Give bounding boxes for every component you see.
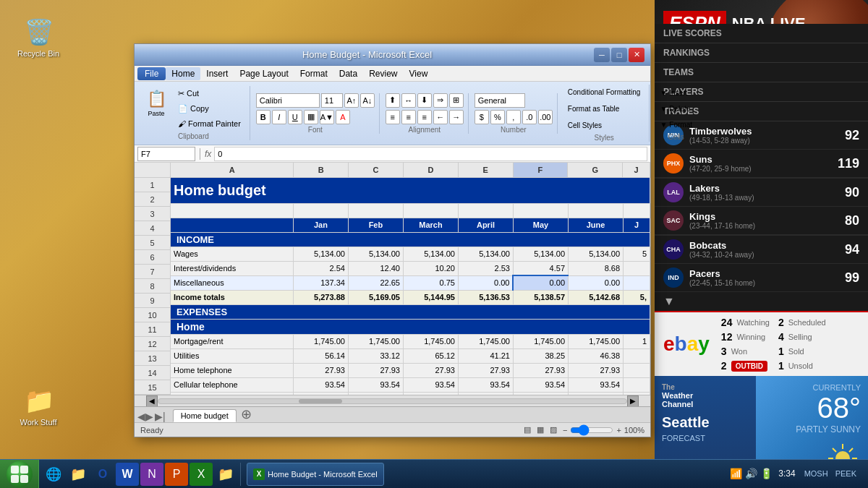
cell-g5[interactable]: 5,134.00	[569, 247, 624, 261]
cell-d2[interactable]	[403, 203, 458, 218]
more-games-indicator[interactable]: ▼	[655, 292, 868, 311]
review-menu[interactable]: Review	[363, 67, 403, 80]
row-header-5[interactable]: 5	[135, 236, 170, 250]
cell-d7[interactable]: 0.75	[403, 275, 458, 290]
col-header-c[interactable]: C	[349, 163, 404, 177]
cell-f12[interactable]: 38.25	[513, 348, 568, 363]
cell-label-cellular[interactable]: Cellular telephone	[171, 377, 293, 392]
cell-f7-selected[interactable]: 0.00	[513, 275, 568, 290]
cell-h8[interactable]: 5,	[624, 290, 650, 304]
cell-g6[interactable]: 8.68	[569, 261, 624, 275]
cell-h6[interactable]	[624, 261, 650, 275]
view-normal-icon[interactable]: ▤	[524, 425, 531, 435]
cell-b8[interactable]: 5,273.88	[293, 290, 348, 304]
zoom-slider[interactable]	[570, 424, 613, 436]
cell-d5[interactable]: 5,134.00	[403, 247, 458, 261]
format-menu[interactable]: Format	[294, 67, 333, 80]
ie-launcher[interactable]: 🌐	[42, 463, 65, 486]
cell-label-misc[interactable]: Miscellaneous	[171, 275, 293, 290]
align-bottom-button[interactable]: ⬇	[417, 93, 432, 108]
mosh-button[interactable]: MOSH	[801, 468, 831, 479]
cell-b13[interactable]: 27.93	[293, 363, 348, 377]
cell-e12[interactable]: 41.21	[458, 348, 513, 363]
cell-d13[interactable]: 27.93	[403, 363, 458, 377]
cell-reference-box[interactable]: F7	[137, 147, 195, 161]
row-header-6[interactable]: 6	[135, 250, 170, 265]
cell-c5[interactable]: 5,134.00	[348, 247, 403, 261]
number-format-box[interactable]: General	[475, 93, 525, 108]
cell-c8[interactable]: 5,169.05	[348, 290, 403, 304]
font-name-box[interactable]: Calibri	[256, 93, 320, 108]
row-header-11[interactable]: 11	[135, 322, 170, 337]
zoom-in-button[interactable]: +	[616, 426, 621, 435]
title-cell[interactable]: Home budget	[171, 178, 650, 203]
increase-indent-button[interactable]: →	[449, 110, 464, 124]
scroll-right-button[interactable]: ▶	[627, 395, 639, 407]
cell-b14[interactable]: 93.54	[293, 377, 348, 392]
add-sheet-button[interactable]: ⊕	[241, 406, 252, 422]
cell-e11[interactable]: 1,745.00	[458, 334, 513, 348]
insert-cells-button[interactable]: ▼ Insert	[655, 85, 697, 100]
cell-a3[interactable]	[171, 218, 293, 232]
cell-g8[interactable]: 5,142.68	[569, 290, 624, 304]
cell-c12[interactable]: 33.12	[348, 348, 403, 363]
cell-label-income-totals[interactable]: Income totals	[171, 290, 293, 304]
align-right-button[interactable]: ≡	[417, 110, 432, 124]
paste-button[interactable]: 📋 Paste	[142, 86, 171, 121]
cell-e8[interactable]: 5,136.53	[458, 290, 513, 304]
row-header-8[interactable]: 8	[135, 279, 170, 294]
scrollbar-track[interactable]	[158, 398, 627, 404]
format-painter-button[interactable]: 🖌 Format Painter	[174, 116, 245, 131]
row-header-2[interactable]: 2	[135, 192, 170, 207]
col-header-g[interactable]: G	[568, 163, 623, 177]
expenses-section-header[interactable]: EXPENSES	[171, 304, 650, 319]
cell-g14[interactable]: 93.54	[569, 377, 624, 392]
cell-h7[interactable]	[624, 275, 650, 290]
cell-label-interest[interactable]: Interest/dividends	[171, 261, 293, 275]
cell-c11[interactable]: 1,745.00	[348, 334, 403, 348]
cut-button[interactable]: ✂ Cut	[174, 86, 245, 100]
cell-label-utilities[interactable]: Utilities	[171, 348, 293, 363]
row-header-9[interactable]: 9	[135, 294, 170, 308]
espn-nav-live-scores[interactable]: LIVE SCORES	[655, 24, 868, 43]
cell-f14[interactable]: 93.54	[513, 377, 568, 392]
home-menu[interactable]: Home	[166, 67, 200, 80]
tab-scroll-left[interactable]: ◀	[137, 411, 145, 422]
italic-button[interactable]: I	[272, 110, 286, 124]
font-grow-button[interactable]: A↑	[344, 93, 359, 108]
scroll-left-button[interactable]: ◀	[146, 395, 158, 407]
bold-button[interactable]: B	[256, 110, 271, 124]
tab-scroll-right[interactable]: ▶	[145, 411, 153, 422]
income-section-header[interactable]: INCOME	[171, 232, 650, 247]
maximize-button[interactable]: □	[611, 48, 627, 62]
format-as-table-button[interactable]: Format as Table	[563, 101, 645, 116]
cell-g2[interactable]	[569, 203, 624, 218]
cell-f6[interactable]: 4.57	[513, 261, 568, 275]
cell-label-wages[interactable]: Wages	[171, 247, 293, 261]
wrap-text-button[interactable]: ⇒	[433, 93, 448, 108]
merge-button[interactable]: ⊞	[449, 93, 464, 108]
cell-d14[interactable]: 93.54	[403, 377, 458, 392]
cell-a2[interactable]	[171, 203, 293, 218]
row-header-3[interactable]: 3	[135, 207, 170, 221]
align-center-button[interactable]: ≡	[401, 110, 416, 124]
cell-b3[interactable]: Jan	[293, 218, 348, 232]
row-header-10[interactable]: 10	[135, 308, 170, 322]
cell-c7[interactable]: 22.65	[348, 275, 403, 290]
cell-f8[interactable]: 5,138.57	[513, 290, 568, 304]
cell-c13[interactable]: 27.93	[348, 363, 403, 377]
cell-d3[interactable]: March	[403, 218, 458, 232]
minimize-button[interactable]: ─	[594, 48, 610, 62]
cell-d8[interactable]: 5,144.95	[403, 290, 458, 304]
cell-g12[interactable]: 46.38	[569, 348, 624, 363]
cell-d11[interactable]: 1,745.00	[403, 334, 458, 348]
outlook-launcher[interactable]: O	[91, 463, 114, 486]
explorer-launcher[interactable]: 📁	[67, 463, 90, 486]
row-header-7[interactable]: 7	[135, 265, 170, 279]
cell-d6[interactable]: 10.20	[403, 261, 458, 275]
row-header-15[interactable]: 15	[135, 380, 170, 395]
cell-h13[interactable]	[624, 363, 650, 377]
scrollbar-thumb[interactable]	[299, 399, 342, 403]
row-header-13[interactable]: 13	[135, 351, 170, 366]
cell-h12[interactable]	[624, 348, 650, 363]
